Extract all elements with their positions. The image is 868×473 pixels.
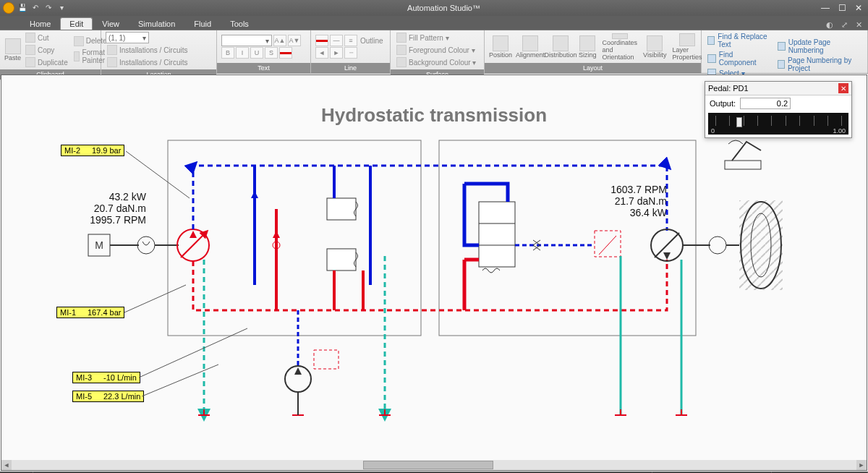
layer-properties-button[interactable]: Layer Properties bbox=[672, 33, 702, 61]
line-style-button[interactable]: ― bbox=[330, 35, 343, 46]
scroll-thumb[interactable] bbox=[363, 461, 493, 469]
font-grow-button[interactable]: A▲ bbox=[273, 35, 286, 46]
ribbon-tabs: Home Edit View Simulation Fluid Tools ◐ … bbox=[0, 16, 868, 30]
close-button[interactable]: ✕ bbox=[855, 3, 862, 13]
page-numbering-project-button[interactable]: Page Numbering by Project bbox=[776, 56, 863, 73]
line-dash-button[interactable]: ┄ bbox=[344, 47, 357, 59]
motor-symbol: M bbox=[88, 234, 179, 256]
pedal-scale-max: 1.00 bbox=[833, 127, 846, 135]
font-combo[interactable]: ▾ bbox=[221, 35, 272, 46]
pedal-output-input[interactable] bbox=[740, 98, 791, 109]
group-label-layout: Layout bbox=[485, 63, 701, 73]
subsystem-box-right bbox=[439, 140, 696, 336]
relief-valve-bottom bbox=[327, 249, 363, 310]
scroll-right-button[interactable]: ► bbox=[856, 460, 867, 470]
find-replace-button[interactable]: Find & Replace Text bbox=[706, 32, 773, 49]
filter-symbol bbox=[595, 231, 621, 257]
svg-rect-34 bbox=[314, 350, 339, 369]
tank-symbols bbox=[198, 409, 687, 415]
title-bar: 💾 ↶ ↷ ▾ Automation Studio™ — ☐ ✕ bbox=[0, 0, 868, 16]
line-weight-button[interactable]: ≡ bbox=[344, 35, 357, 46]
install-circuits-1[interactable]: Installations / Circuits bbox=[106, 44, 189, 56]
qat-save-icon[interactable]: 💾 bbox=[17, 2, 27, 12]
distribution-button[interactable]: Distribution bbox=[548, 33, 573, 61]
pedal-close-button[interactable]: ✕ bbox=[838, 83, 848, 93]
qat-undo-icon[interactable]: ↶ bbox=[30, 2, 41, 12]
tab-home[interactable]: Home bbox=[20, 17, 60, 30]
update-page-numbering-button[interactable]: Update Page Numbering bbox=[776, 38, 863, 55]
app-icon bbox=[3, 2, 14, 14]
italic-button[interactable]: I bbox=[236, 47, 249, 59]
orifice-symbol bbox=[515, 240, 595, 250]
pedal-symbol bbox=[725, 140, 761, 169]
pressure-line bbox=[193, 260, 667, 310]
tab-fluid[interactable]: Fluid bbox=[184, 17, 221, 30]
group-label-text: Text bbox=[217, 63, 310, 73]
scroll-left-button[interactable]: ◄ bbox=[1, 460, 12, 470]
tab-simulation[interactable]: Simulation bbox=[129, 17, 184, 30]
pedal-panel-title: Pedal: PD1 bbox=[708, 84, 749, 93]
hydraulic-motor-symbol bbox=[651, 229, 739, 261]
coordinates-button[interactable]: Coordinates and Orientation bbox=[603, 33, 638, 61]
tab-view[interactable]: View bbox=[93, 17, 129, 30]
underline-button[interactable]: U bbox=[250, 47, 263, 59]
arrow-start-button[interactable]: ◄ bbox=[315, 47, 328, 59]
qat-more-icon[interactable]: ▾ bbox=[56, 2, 67, 12]
horizontal-scrollbar[interactable]: ◄ ► bbox=[1, 460, 867, 470]
fill-pattern-button[interactable]: Fill Pattern ▾ bbox=[395, 32, 477, 43]
pedal-scale-min: 0 bbox=[711, 127, 715, 135]
svg-rect-13 bbox=[327, 249, 356, 270]
position-button[interactable]: Position bbox=[489, 33, 512, 61]
pedal-slider[interactable]: 0 1.00 bbox=[708, 113, 848, 135]
help-icon[interactable]: ◐ bbox=[825, 20, 835, 30]
background-color-button[interactable]: Background Colour ▾ bbox=[395, 56, 477, 68]
foreground-color-button[interactable]: Foreground Colour ▾ bbox=[395, 44, 477, 56]
alignment-button[interactable]: Alignment bbox=[518, 33, 542, 61]
svg-rect-30 bbox=[725, 161, 761, 169]
outline-button[interactable]: Outline bbox=[359, 35, 385, 46]
design-canvas[interactable]: Hydrostatic transmission MI-219.9 bar MI… bbox=[1, 74, 867, 471]
svg-rect-16 bbox=[479, 202, 515, 267]
quick-access-toolbar: 💾 ↶ ↷ ▾ bbox=[0, 2, 67, 14]
maximize-button[interactable]: ☐ bbox=[838, 3, 846, 13]
font-color-button[interactable] bbox=[279, 47, 292, 59]
qat-redo-icon[interactable]: ↷ bbox=[43, 2, 54, 12]
directional-valve bbox=[464, 184, 515, 310]
svg-rect-29 bbox=[739, 200, 783, 290]
svg-rect-10 bbox=[327, 198, 356, 220]
pedal-panel[interactable]: Pedal: PD1 ✕ Output: 0 1.00 bbox=[705, 81, 852, 138]
hide-ribbon-icon[interactable]: ✕ bbox=[854, 20, 864, 30]
location-combo[interactable]: (1, 1)▾ bbox=[106, 32, 149, 43]
svg-text:M: M bbox=[95, 239, 103, 251]
bold-button[interactable]: B bbox=[221, 47, 234, 59]
window-title: Automation Studio™ bbox=[67, 4, 821, 12]
install-circuits-2[interactable]: Installations / Circuits bbox=[106, 56, 189, 68]
charge-pump-symbol bbox=[285, 310, 339, 415]
minimize-button[interactable]: — bbox=[821, 3, 830, 13]
pedal-slider-thumb[interactable] bbox=[736, 117, 742, 127]
variable-pump-symbol bbox=[177, 229, 209, 261]
strike-button[interactable]: S bbox=[265, 47, 278, 59]
duplicate-button[interactable]: Duplicate bbox=[24, 56, 69, 68]
cut-button[interactable]: Cut bbox=[24, 32, 69, 43]
tab-edit[interactable]: Edit bbox=[60, 17, 93, 30]
find-component-button[interactable]: Find Component bbox=[706, 50, 773, 67]
font-shrink-button[interactable]: A▼ bbox=[288, 35, 301, 46]
ribbon: Paste Cut Copy Duplicate Delete Format P… bbox=[0, 30, 868, 74]
subsystem-box-left bbox=[168, 140, 421, 336]
leader-lines bbox=[124, 151, 247, 396]
line-color-button[interactable] bbox=[315, 35, 328, 46]
svg-marker-7 bbox=[251, 191, 258, 198]
expand-icon[interactable]: ⤢ bbox=[839, 20, 849, 30]
sizing-button[interactable]: Sizing bbox=[579, 33, 597, 61]
return-line bbox=[193, 166, 667, 231]
paste-button[interactable]: Paste bbox=[4, 36, 21, 64]
arrow-end-button[interactable]: ► bbox=[330, 47, 343, 59]
copy-button[interactable]: Copy bbox=[24, 44, 69, 56]
group-label-line: Line bbox=[311, 63, 390, 73]
svg-point-25 bbox=[709, 236, 726, 254]
visibility-button[interactable]: Visibility bbox=[643, 33, 666, 61]
pedal-output-label: Output: bbox=[710, 99, 736, 108]
tab-tools[interactable]: Tools bbox=[221, 17, 258, 30]
wheel-symbol bbox=[739, 200, 783, 290]
